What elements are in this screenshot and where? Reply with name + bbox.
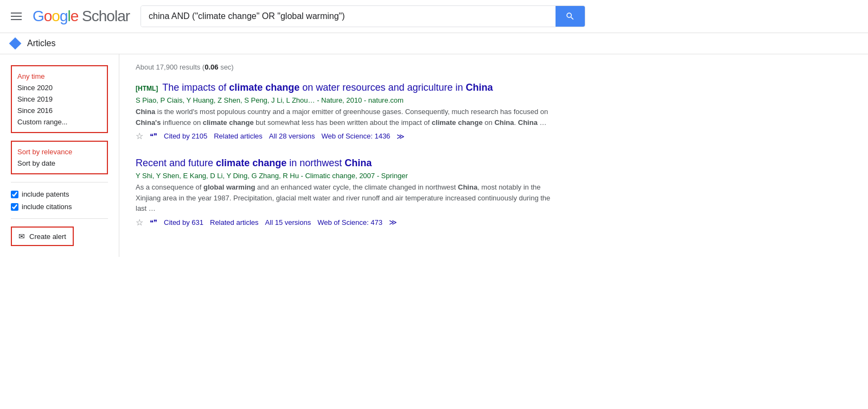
filter-since-2019[interactable]: Since 2019 bbox=[17, 93, 101, 105]
logo: Google Scholar bbox=[33, 8, 130, 25]
search-bar: china AND ("climate change" OR "global w… bbox=[141, 5, 585, 27]
include-patents-label: include patents bbox=[22, 190, 69, 198]
star-button[interactable]: ☆ bbox=[136, 217, 143, 228]
sidebar: Any time Since 2020 Since 2019 Since 201… bbox=[0, 54, 119, 257]
result-authors: S Piao, P Ciais, Y Huang, Z Shen, S Peng… bbox=[136, 96, 559, 104]
patents-check[interactable] bbox=[11, 191, 18, 198]
cited-by-link[interactable]: Cited by 2105 bbox=[164, 132, 207, 140]
create-alert-label: Create alert bbox=[29, 232, 66, 241]
bold-term: climate change bbox=[216, 158, 286, 168]
author-link[interactable]: S Peng bbox=[244, 96, 267, 104]
sub-header: Articles bbox=[0, 33, 868, 54]
result-title-link[interactable]: Recent and future climate change in nort… bbox=[136, 158, 372, 168]
sort-by-date[interactable]: Sort by date bbox=[17, 158, 101, 169]
cite-button[interactable]: ❝❞ bbox=[150, 218, 157, 226]
web-of-science-link[interactable]: Web of Science: 473 bbox=[317, 218, 382, 226]
search-input[interactable]: china AND ("climate change" OR "global w… bbox=[141, 6, 556, 27]
results-count: About 17,900 results (0.06 sec) bbox=[136, 63, 852, 71]
result-title-line: [HTML] The impacts of climate change on … bbox=[136, 81, 559, 95]
all-versions-link[interactable]: All 28 versions bbox=[269, 132, 315, 140]
logo-o2: o bbox=[52, 8, 60, 24]
more-chevron-icon: ≫ bbox=[397, 132, 405, 141]
menu-button[interactable] bbox=[11, 12, 22, 20]
results-panel: About 17,900 results (0.06 sec) [HTML] T… bbox=[119, 54, 868, 257]
result-snippet: As a consequence of global warming and a… bbox=[136, 182, 559, 214]
envelope-icon: ✉ bbox=[18, 232, 25, 241]
cite-button[interactable]: ❝❞ bbox=[150, 132, 157, 140]
result-authors: Y Shi, Y Shen, E Kang, D Li, Y Ding, G Z… bbox=[136, 172, 559, 180]
filter-since-2016[interactable]: Since 2016 bbox=[17, 105, 101, 116]
result-item: [HTML] The impacts of climate change on … bbox=[136, 81, 559, 141]
bold-term-2: China bbox=[344, 158, 372, 168]
filter-any-time[interactable]: Any time bbox=[17, 71, 101, 82]
all-versions-link[interactable]: All 15 versions bbox=[265, 218, 311, 226]
sort-by-relevance[interactable]: Sort by relevance bbox=[17, 146, 101, 158]
header: Google Scholar china AND ("climate chang… bbox=[0, 0, 868, 33]
sort-box: Sort by relevance Sort by date bbox=[11, 141, 108, 174]
articles-icon bbox=[9, 37, 22, 50]
create-alert-button[interactable]: ✉ Create alert bbox=[11, 226, 74, 246]
related-articles-link[interactable]: Related articles bbox=[210, 218, 259, 226]
logo-g2: g bbox=[60, 8, 68, 24]
search-button[interactable] bbox=[556, 6, 585, 27]
filter-since-2020[interactable]: Since 2020 bbox=[17, 82, 101, 93]
result-actions: ☆ ❝❞ Cited by 631 Related articles All 1… bbox=[136, 217, 559, 228]
articles-label: Articles bbox=[27, 39, 55, 48]
include-citations-label: include citations bbox=[22, 203, 72, 211]
divider-2 bbox=[11, 218, 108, 219]
result-type-label: [HTML] bbox=[136, 85, 158, 92]
web-of-science-link[interactable]: Web of Science: 1436 bbox=[321, 132, 390, 140]
cited-by-link[interactable]: Cited by 631 bbox=[164, 218, 203, 226]
related-articles-link[interactable]: Related articles bbox=[214, 132, 263, 140]
more-chevron-icon: ≫ bbox=[389, 218, 397, 226]
result-title-line: Recent and future climate change in nort… bbox=[136, 156, 559, 170]
result-actions: ☆ ❝❞ Cited by 2105 Related articles All … bbox=[136, 131, 559, 141]
star-button[interactable]: ☆ bbox=[136, 131, 143, 141]
bold-term-2: China bbox=[466, 82, 493, 93]
divider-1 bbox=[11, 182, 108, 183]
logo-e: e bbox=[71, 8, 79, 24]
author-link[interactable]: L Zhou bbox=[286, 96, 308, 104]
author-link[interactable]: P Ciais bbox=[161, 96, 183, 104]
logo-scholar: Scholar bbox=[78, 8, 130, 24]
include-citations-checkbox[interactable]: include citations bbox=[11, 200, 108, 213]
main-content: Any time Since 2020 Since 2019 Since 201… bbox=[0, 54, 868, 257]
logo-g: G bbox=[33, 8, 44, 24]
bold-term: climate change bbox=[229, 82, 299, 93]
search-icon bbox=[565, 11, 575, 21]
citations-check[interactable] bbox=[11, 203, 18, 211]
result-item: Recent and future climate change in nort… bbox=[136, 156, 559, 228]
time-filter-box: Any time Since 2020 Since 2019 Since 201… bbox=[11, 65, 108, 133]
results-time: 0.06 bbox=[205, 63, 218, 71]
include-patents-checkbox[interactable]: include patents bbox=[11, 188, 108, 200]
result-title-link[interactable]: The impacts of climate change on water r… bbox=[162, 82, 493, 93]
result-snippet: China is the world's most populous count… bbox=[136, 106, 559, 128]
filter-custom-range[interactable]: Custom range... bbox=[17, 116, 101, 128]
logo-o1: o bbox=[44, 8, 52, 24]
